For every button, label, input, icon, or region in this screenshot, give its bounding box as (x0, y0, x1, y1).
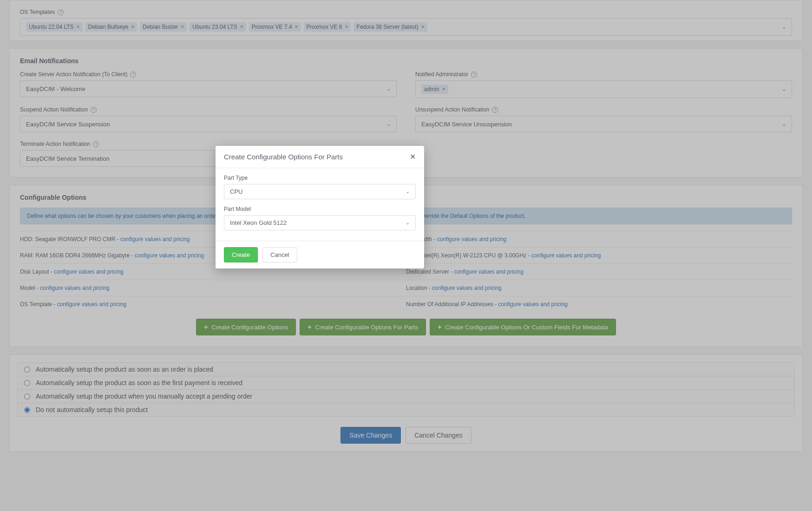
create-notification-select[interactable]: EasyDCIM - Welcome ⌄ (20, 80, 397, 97)
option-row: OS Template - configure values and prici… (20, 296, 406, 312)
chevron-down-icon: ⌄ (782, 24, 786, 30)
tag-label: Debian Buster (143, 24, 178, 30)
tag-remove-icon[interactable]: × (345, 24, 348, 30)
chevron-down-icon: ⌄ (406, 220, 410, 226)
tag-remove-icon[interactable]: × (421, 24, 425, 30)
auto-setup-radio-label: Automatically setup the product when you… (36, 393, 252, 400)
option-prefix: Number Of Additional IP Addresses - (406, 301, 498, 308)
auto-setup-radio[interactable] (24, 367, 30, 373)
tag-label: Ubuntu 22.04 LTS (29, 24, 74, 30)
create-configurable-options-button[interactable]: + Create Configurable Options (196, 319, 296, 335)
configure-link[interactable]: configure values and pricing (437, 236, 506, 242)
option-row: Number Of Additional IP Addresses - conf… (406, 296, 792, 312)
modal-cancel-button[interactable]: Cancel (262, 247, 297, 262)
auto-setup-radio-row[interactable]: Automatically setup the product as soon … (18, 363, 794, 376)
option-prefix: Disk Layout - (20, 269, 54, 275)
os-template-tag: Proxmox VE 8× (304, 22, 351, 32)
plus-icon: + (204, 323, 208, 331)
tag-label: Fedora 38 Server (latest) (356, 24, 418, 30)
os-template-tag: Fedora 38 Server (latest)× (354, 22, 427, 32)
os-template-tag: Ubuntu 22.04 LTS× (26, 22, 83, 32)
tag-label: Debian Bullseye (88, 24, 129, 30)
cancel-changes-button[interactable]: Cancel Changes (406, 427, 471, 444)
tag-remove-icon[interactable]: × (442, 86, 445, 92)
tag-remove-icon[interactable]: × (240, 24, 243, 30)
option-row: Bandwidth - configure values and pricing (406, 231, 792, 247)
close-icon[interactable]: ✕ (410, 152, 416, 161)
modal-create-button[interactable]: Create (224, 247, 258, 262)
option-row: Model - configure values and pricing (20, 280, 406, 296)
chevron-down-icon: ⌄ (782, 121, 786, 127)
auto-setup-radio[interactable] (24, 407, 30, 413)
option-prefix: CPU: Intel(R) Xeon(R) W-2123 CPU @ 3.00G… (406, 252, 531, 259)
option-row: CPU: Intel(R) Xeon(R) W-2123 CPU @ 3.00G… (406, 247, 792, 263)
part-model-label: Part Model (224, 206, 416, 212)
tag-label: Proxmox VE 7.4 (252, 24, 292, 30)
os-templates-panel: OS Templates ? Ubuntu 22.04 LTS×Debian B… (9, 0, 803, 41)
modal-title: Create Configurable Options For Parts (224, 153, 343, 161)
tag-label: admin (424, 86, 439, 92)
auto-setup-radio[interactable] (24, 393, 30, 400)
auto-setup-radio[interactable] (24, 380, 30, 386)
unsuspend-notification-label: Unsuspend Action Notification ? (415, 106, 792, 113)
auto-setup-radio-label: Do not automatically setup this product (36, 406, 148, 413)
auto-setup-radio-label: Automatically setup the product as soon … (36, 379, 242, 387)
tag-remove-icon[interactable]: × (77, 24, 80, 30)
configure-link[interactable]: configure values and pricing (54, 269, 123, 275)
chevron-down-icon: ⌄ (386, 121, 391, 127)
tag-remove-icon[interactable]: × (181, 24, 184, 30)
create-notification-label: Create Server Action Notification (To Cl… (20, 71, 397, 78)
help-icon[interactable]: ? (91, 107, 97, 113)
part-model-select[interactable]: Intel Xeon Gold 5122 ⌄ (224, 215, 416, 230)
part-type-label: Part Type (224, 175, 416, 181)
configure-link[interactable]: configure values and pricing (454, 269, 523, 275)
configure-link[interactable]: configure values and pricing (432, 285, 501, 291)
admin-tag: admin× (421, 85, 448, 94)
unsuspend-notification-select[interactable]: EasyDCIM Service Unsuspension ⌄ (415, 116, 792, 132)
configure-link[interactable]: configure values and pricing (135, 252, 204, 259)
help-icon[interactable]: ? (58, 9, 64, 15)
auto-setup-radio-label: Automatically setup the product as soon … (36, 366, 213, 373)
help-icon[interactable]: ? (93, 141, 99, 147)
configure-link[interactable]: configure values and pricing (57, 301, 126, 308)
os-templates-tagbox[interactable]: Ubuntu 22.04 LTS×Debian Bullseye×Debian … (20, 18, 792, 36)
suspend-notification-select[interactable]: EasyDCIM Service Suspension ⌄ (20, 116, 397, 132)
help-icon[interactable]: ? (471, 72, 477, 78)
configure-link[interactable]: configure values and pricing (120, 236, 190, 242)
help-icon[interactable]: ? (492, 107, 498, 113)
tag-remove-icon[interactable]: × (295, 24, 298, 30)
option-prefix: HDD: Seagate IRONWOLF PRO CMR - (20, 236, 120, 242)
tag-label: Proxmox VE 8 (307, 24, 342, 30)
os-template-tag: Ubuntu 23.04 LTS× (190, 22, 246, 32)
option-prefix: Location - (406, 285, 432, 291)
option-row: Dedicated Server - configure values and … (406, 263, 792, 280)
save-changes-button[interactable]: Save Changes (341, 427, 401, 444)
auto-setup-panel: Automatically setup the product as soon … (9, 354, 803, 452)
configure-link[interactable]: configure values and pricing (498, 301, 568, 308)
create-options-for-parts-button[interactable]: + Create Configurable Options For Parts (300, 319, 426, 335)
option-prefix: Model - (20, 285, 40, 291)
plus-icon: + (438, 323, 441, 331)
auto-setup-radio-row[interactable]: Automatically setup the product as soon … (18, 376, 794, 390)
help-icon[interactable]: ? (130, 72, 136, 78)
suspend-notification-label: Suspend Action Notification ? (20, 106, 397, 113)
option-prefix: Dedicated Server - (406, 269, 454, 275)
chevron-down-icon: ⌄ (386, 86, 391, 92)
notified-admin-label: Notified Administrator ? (415, 71, 792, 78)
email-notifications-title: Email Notifications (20, 57, 792, 65)
auto-setup-radio-list: Automatically setup the product as soon … (17, 362, 795, 417)
tag-remove-icon[interactable]: × (131, 24, 134, 30)
plus-icon: + (308, 323, 311, 331)
option-prefix: OS Template - (20, 301, 57, 308)
option-prefix: RAM: RAM 16GB DDR4 2666MHz Gigabyte - (20, 252, 135, 259)
part-type-select[interactable]: CPU ⌄ (224, 184, 416, 199)
chevron-down-icon: ⌄ (406, 189, 410, 195)
configure-link[interactable]: configure values and pricing (531, 252, 601, 259)
auto-setup-radio-row[interactable]: Do not automatically setup this product (18, 403, 794, 416)
create-parts-modal: Create Configurable Options For Parts ✕ … (216, 146, 424, 269)
notified-admin-tagbox[interactable]: admin×⌄ (415, 80, 792, 98)
auto-setup-radio-row[interactable]: Automatically setup the product when you… (18, 390, 794, 403)
configure-link[interactable]: configure values and pricing (40, 285, 109, 291)
create-options-for-metadata-button[interactable]: + Create Configurable Options Or Custom … (430, 319, 616, 335)
os-template-tag: Debian Bullseye× (85, 22, 138, 32)
